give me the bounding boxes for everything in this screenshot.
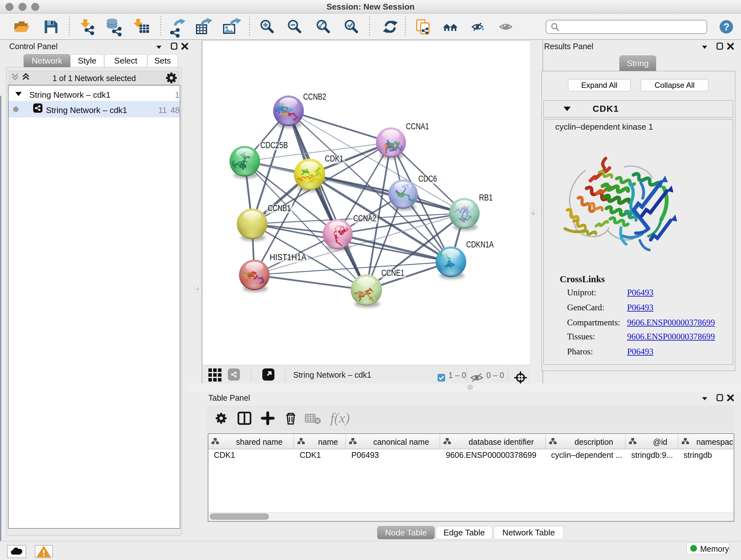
svg-text:CCNB1: CCNB1 [268, 203, 291, 213]
svg-text:CCNA1: CCNA1 [406, 122, 429, 131]
svg-text:CDC25B: CDC25B [260, 140, 288, 150]
svg-text:CDC6: CDC6 [418, 174, 437, 184]
svg-text:CCNE1: CCNE1 [381, 268, 404, 278]
svg-text:CDK1: CDK1 [325, 154, 343, 164]
svg-text:CCNA2: CCNA2 [353, 213, 376, 223]
svg-text:CCNB2: CCNB2 [303, 92, 326, 102]
svg-text:CDKN1A: CDKN1A [466, 240, 494, 249]
svg-text:HIST1H1A: HIST1H1A [270, 253, 307, 262]
svg-text:RB1: RB1 [479, 193, 493, 202]
svg-text:?: ? [723, 21, 730, 33]
